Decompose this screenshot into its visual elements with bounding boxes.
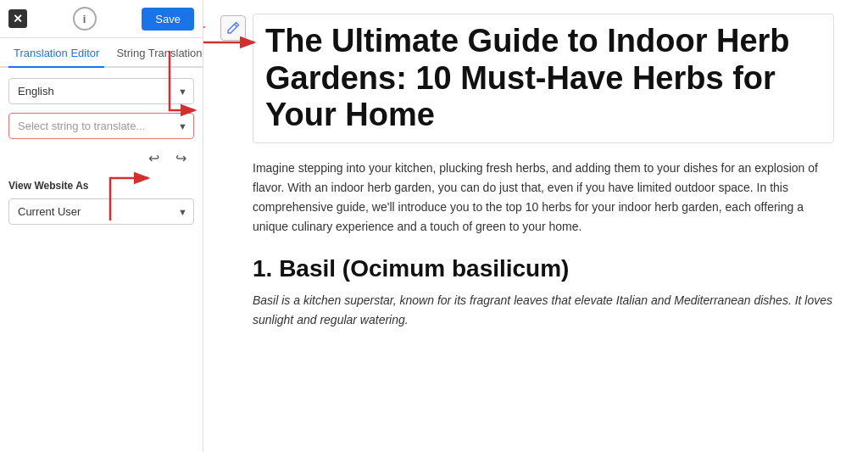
edit-pencil-button[interactable]: [220, 15, 246, 41]
redo-button[interactable]: ↪: [170, 148, 191, 168]
language-select-wrapper: English Spanish French German Italian ▼: [8, 78, 194, 104]
section1-heading: 1. Basil (Ocimum basilicum): [253, 255, 834, 282]
article-body: Imagine stepping into your kitchen, pluc…: [253, 159, 834, 237]
view-as-select-wrapper: Current User Guest Administrator ▼: [8, 198, 194, 225]
article-title: The Ultimate Guide to Indoor Herb Garden…: [253, 14, 834, 143]
string-select-wrapper: Select string to translate... ▼: [8, 113, 194, 139]
tab-row: Translation Editor String Translation: [0, 38, 203, 68]
section1-body: Basil is a kitchen superstar, known for …: [253, 291, 834, 329]
tab-string-translation[interactable]: String Translation: [111, 38, 207, 68]
view-website-as-section: View Website As Current User Guest Admin…: [8, 176, 194, 225]
tab-translation-editor[interactable]: Translation Editor: [8, 38, 104, 68]
undo-button[interactable]: ↩: [143, 148, 164, 168]
right-panel: The Ultimate Guide to Indoor Herb Garden…: [203, 0, 868, 452]
language-select[interactable]: English Spanish French German Italian: [8, 78, 194, 104]
panel-content: English Spanish French German Italian ▼ …: [0, 68, 203, 235]
close-button[interactable]: ✕: [8, 9, 27, 28]
save-button[interactable]: Save: [142, 8, 194, 31]
article-content: The Ultimate Guide to Indoor Herb Garden…: [253, 14, 834, 329]
undo-redo-row: ↩ ↪: [8, 148, 194, 168]
view-website-label: View Website As: [8, 180, 194, 192]
info-button[interactable]: i: [73, 7, 97, 31]
string-select[interactable]: Select string to translate...: [8, 113, 194, 139]
view-as-select[interactable]: Current User Guest Administrator: [8, 198, 194, 225]
edit-icon-area: The Ultimate Guide to Indoor Herb Garden…: [220, 14, 834, 329]
top-bar: ✕ i Save: [0, 0, 203, 38]
